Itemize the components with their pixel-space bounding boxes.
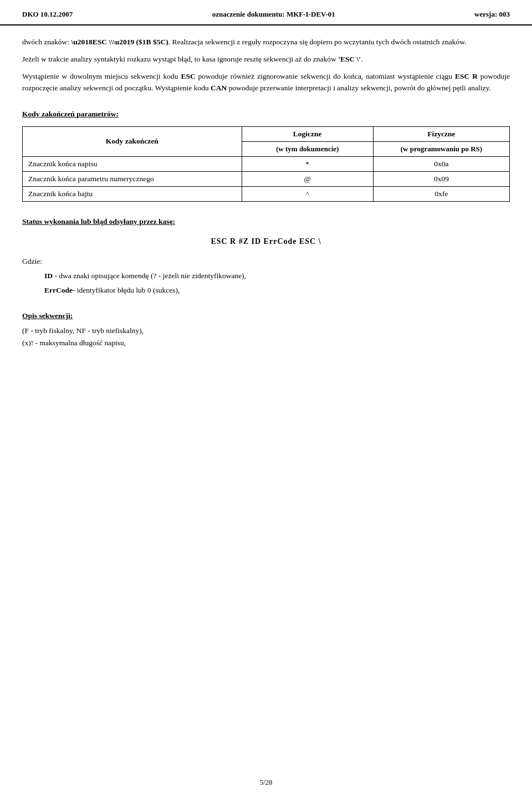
gdzie-item-1-rest: - dwa znaki opisujące komendę (? - jeżel… [53, 272, 246, 280]
gdzie-section: Gdzie: ID - dwa znaki opisujące komendę … [22, 257, 510, 296]
table-cell-label1: Znacznik końca napisu [23, 156, 242, 171]
command-line: ESC R #Z ID ErrCode ESC \ [22, 237, 510, 246]
page: DKO 10.12.2007 oznaczenie dokumentu: MKF… [0, 0, 532, 798]
table-col3-sub: (w programowaniu po RS) [373, 141, 509, 156]
page-header: DKO 10.12.2007 oznaczenie dokumentu: MKF… [0, 0, 532, 25]
intro-para1: dwóch znaków: \u2018ESC \\\u2019 ($1B $5… [22, 37, 510, 48]
opis-item-2: (x)! - maksymalna długość napisu, [22, 337, 510, 349]
gdzie-item-2: ErrCode- identyfikator błędu lub 0 (sukc… [44, 285, 510, 296]
header-center: oznaczenie dokumentu: MKF-I-DEV-01 [212, 10, 335, 19]
intro-para3: Wystąpienie w dowolnym miejscu sekwencji… [22, 71, 510, 94]
table-cell-physical1: 0x0a [373, 156, 509, 171]
params-table: Kody zakończeń Logiczne Fizyczne (w tym … [22, 126, 510, 202]
table-row: Znacznik końca napisu * 0x0a [23, 156, 510, 171]
gdzie-label: Gdzie: [22, 257, 510, 266]
table-cell-logical3: ^ [242, 186, 373, 201]
table-cell-physical3: 0xfe [373, 186, 509, 201]
kody-section-heading: Kody zakończeń parametrów: [22, 110, 510, 119]
page-number: 5/28 [259, 778, 272, 786]
status-section: Status wykonania lub błąd odsyłany przez… [22, 217, 510, 296]
page-footer: 5/28 [0, 778, 532, 787]
opis-item-1: (F - tryb fiskalny, NF - tryb niefiskaln… [22, 325, 510, 337]
table-cell-physical2: 0x09 [373, 171, 509, 186]
table-row: Znacznik końca parametru numerycznego @ … [23, 171, 510, 186]
table-cell-label2: Znacznik końca parametru numerycznego [23, 171, 242, 186]
header-left: DKO 10.12.2007 [22, 10, 73, 19]
table-col1-header: Kody zakończeń [23, 126, 242, 156]
page-content: dwóch znaków: \u2018ESC \\\u2019 ($1B $5… [0, 25, 532, 371]
table-col3-header: Fizyczne [373, 126, 509, 141]
gdzie-item-1-bold: ID [44, 272, 53, 280]
table-col2-header: Logiczne [242, 126, 373, 141]
status-heading: Status wykonania lub błąd odsyłany przez… [22, 217, 510, 226]
table-cell-logical2: @ [242, 171, 373, 186]
table-row: Znacznik końca bajtu ^ 0xfe [23, 186, 510, 201]
opis-section: Opis sekwencji: (F - tryb fiskalny, NF -… [22, 311, 510, 349]
table-cell-logical1: * [242, 156, 373, 171]
gdzie-item-2-rest: - identyfikator błędu lub 0 (sukces), [73, 286, 180, 294]
intro-para1-text: dwóch znaków: \u2018ESC \\\u2019 ($1B $5… [22, 38, 466, 46]
header-right: wersja: 003 [474, 10, 510, 19]
table-cell-label3: Znacznik końca bajtu [23, 186, 242, 201]
table-col2-sub: (w tym dokumencie) [242, 141, 373, 156]
opis-heading: Opis sekwencji: [22, 311, 510, 320]
intro-para2: Jeżeli w trakcie analizy syntaktyki rozk… [22, 54, 510, 65]
gdzie-item-2-bold: ErrCode [44, 286, 73, 294]
gdzie-item-1: ID - dwa znaki opisujące komendę (? - je… [44, 270, 510, 282]
